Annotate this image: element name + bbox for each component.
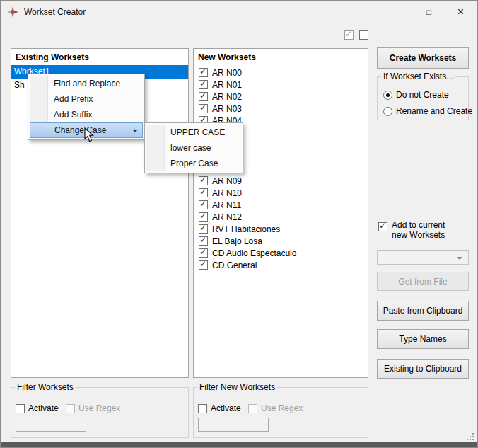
workset-checkbox[interactable]: ✓: [199, 68, 208, 77]
new-workset-row[interactable]: ✓CD General: [194, 259, 368, 271]
file-combobox[interactable]: [377, 250, 469, 265]
workset-checkbox[interactable]: ✓: [199, 248, 208, 258]
new-workset-row[interactable]: ✓AR N01: [194, 79, 368, 91]
filter-new-worksets-label: Filter New Worksets: [197, 382, 277, 392]
new-workset-row[interactable]: ✓AR N03: [194, 103, 368, 115]
workset-label: RVT Habitaciones: [212, 224, 280, 234]
existing-to-clipboard-button[interactable]: Existing to Clipboard: [377, 359, 469, 379]
new-workset-row[interactable]: ✓CD Audio Espectaculo: [194, 247, 368, 259]
check-icon: ✓: [199, 103, 206, 113]
radio-unselected-icon: [383, 107, 392, 116]
radio-do-not-create[interactable]: Do not Create: [383, 90, 449, 100]
toolbar-checkbox-checked[interactable]: ✓: [344, 30, 354, 40]
new-workset-row[interactable]: ✓AR N02: [194, 91, 368, 103]
check-icon: ✓: [199, 199, 206, 209]
filter-worksets-group: Filter Worksets Activate Use Regex: [11, 387, 189, 438]
check-icon: ✓: [199, 187, 206, 197]
add-to-current-checkbox-row[interactable]: ✓ Add to current new Worksets: [378, 220, 445, 240]
new-workset-row[interactable]: ✓AR N10: [194, 187, 368, 199]
add-to-current-checkbox[interactable]: ✓: [378, 222, 387, 231]
filter-new-worksets-activate[interactable]: Activate: [198, 403, 241, 413]
workset-checkbox[interactable]: ✓: [199, 176, 208, 185]
use-regex-label: Use Regex: [261, 403, 303, 413]
filter-new-worksets-input[interactable]: [198, 418, 269, 432]
paste-from-clipboard-button[interactable]: Paste from Clipboard: [377, 301, 469, 321]
filter-new-worksets-group: Filter New Worksets Activate Use Regex: [193, 387, 368, 438]
if-workset-exists-label: If Workset Exists...: [381, 71, 455, 81]
submenu-item-proper-case[interactable]: Proper Case: [146, 156, 241, 171]
workset-checkbox[interactable]: ✓: [199, 236, 208, 246]
activate-checkbox[interactable]: [16, 404, 25, 413]
new-workset-row[interactable]: ✓AR N12: [194, 211, 368, 223]
if-workset-exists-group: If Workset Exists... Do not Create Renam…: [377, 76, 469, 120]
menu-item-find-and-replace[interactable]: Find and Replace: [30, 76, 143, 91]
check-icon: ✓: [199, 223, 206, 233]
workset-label: AR N10: [212, 188, 242, 198]
workset-label: EL Bajo Losa: [212, 236, 262, 246]
radio-selected-icon: [383, 91, 392, 100]
new-workset-row[interactable]: ✓EL Bajo Losa: [194, 235, 368, 247]
workset-label: AR N02: [212, 92, 242, 102]
type-names-button[interactable]: Type Names: [377, 329, 469, 349]
workset-label: AR N00: [212, 68, 242, 78]
toolbar-checkbox-unchecked[interactable]: [359, 30, 368, 40]
workset-checkbox[interactable]: ✓: [199, 224, 208, 234]
workset-checkbox[interactable]: ✓: [199, 92, 208, 101]
create-worksets-button[interactable]: Create Worksets: [377, 47, 469, 69]
filter-new-worksets-use-regex[interactable]: Use Regex: [248, 403, 303, 413]
radio-label: Rename and Create: [396, 106, 472, 116]
workset-creator-window: Workset Creator – □ × ✓ Existing Workset…: [0, 0, 478, 448]
check-icon: ✓: [199, 235, 206, 245]
use-regex-label: Use Regex: [78, 403, 120, 413]
workset-checkbox[interactable]: ✓: [199, 188, 208, 197]
minimize-button[interactable]: –: [381, 1, 413, 23]
submenu-item-lower-case[interactable]: lower case: [146, 140, 241, 156]
titlebar: Workset Creator – □ ×: [1, 1, 477, 23]
new-workset-row[interactable]: ✓AR N11: [194, 199, 368, 211]
check-icon: ✓: [199, 259, 206, 269]
window-title: Workset Creator: [24, 7, 86, 17]
check-icon: ✓: [199, 91, 206, 100]
workset-label: CD General: [212, 260, 257, 270]
use-regex-checkbox[interactable]: [66, 404, 75, 413]
workset-checkbox[interactable]: ✓: [199, 260, 208, 270]
radio-rename-and-create[interactable]: Rename and Create: [383, 106, 472, 116]
workset-checkbox[interactable]: ✓: [199, 80, 208, 89]
resize-grip-icon[interactable]: [465, 432, 474, 441]
new-worksets-header: New Worksets: [194, 49, 368, 65]
chevron-down-icon: [457, 257, 462, 260]
maximize-button[interactable]: □: [413, 1, 445, 23]
existing-worksets-header: Existing Worksets: [11, 49, 188, 65]
menu-item-label: Change Case: [54, 125, 106, 135]
add-to-current-label: Add to current new Worksets: [392, 220, 445, 240]
new-workset-row[interactable]: ✓RVT Habitaciones: [194, 223, 368, 235]
filter-worksets-input[interactable]: [16, 418, 86, 432]
workset-checkbox[interactable]: ✓: [199, 200, 208, 209]
workset-checkbox[interactable]: ✓: [199, 104, 208, 113]
new-workset-row[interactable]: ✓AR N00: [194, 67, 368, 79]
submenu-arrow-icon: ▸: [134, 123, 137, 137]
workset-label: AR N03: [212, 104, 242, 114]
new-worksets-panel: New Worksets ✓AR N00 ✓AR N01 ✓AR N02 ✓AR…: [193, 48, 368, 378]
close-button[interactable]: ×: [445, 1, 477, 23]
activate-checkbox[interactable]: [198, 404, 207, 413]
new-workset-row[interactable]: ✓AR N09: [194, 175, 368, 187]
check-icon: ✓: [199, 67, 206, 76]
workset-label: CD Audio Espectaculo: [212, 248, 296, 258]
menu-item-add-prefix[interactable]: Add Prefix: [30, 91, 143, 107]
get-from-file-button[interactable]: Get from File: [377, 272, 469, 291]
check-icon: ✓: [199, 211, 206, 221]
use-regex-checkbox[interactable]: [248, 404, 257, 413]
radio-label: Do not Create: [396, 90, 449, 100]
activate-label: Activate: [28, 403, 59, 413]
add-to-current-line1: Add to current: [392, 220, 445, 230]
app-icon: [7, 6, 18, 18]
submenu-item-upper-case[interactable]: UPPER CASE: [146, 125, 241, 140]
check-icon: ✓: [379, 221, 386, 231]
filter-worksets-activate[interactable]: Activate: [16, 403, 59, 413]
menu-item-add-suffix[interactable]: Add Suffix: [30, 107, 143, 122]
workset-checkbox[interactable]: ✓: [199, 212, 208, 222]
filter-worksets-label: Filter Worksets: [15, 382, 76, 392]
filter-worksets-use-regex[interactable]: Use Regex: [66, 403, 120, 413]
check-icon: ✓: [199, 79, 206, 88]
